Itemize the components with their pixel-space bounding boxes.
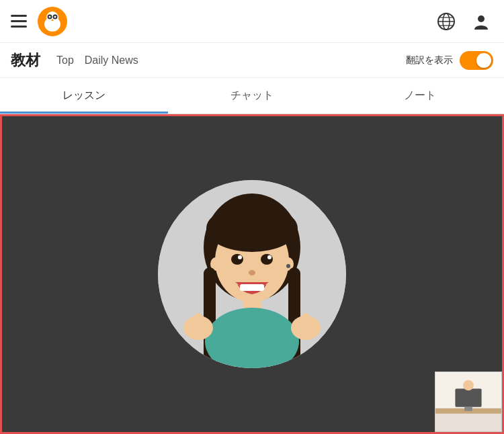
svg-rect-41 — [464, 407, 472, 411]
svg-point-24 — [249, 270, 255, 275]
breadcrumb-title: 教材 — [11, 50, 40, 71]
svg-point-20 — [231, 254, 243, 265]
svg-point-28 — [286, 264, 290, 268]
breadcrumb-top-link[interactable]: Top — [56, 54, 74, 67]
user-profile-button[interactable] — [469, 9, 493, 34]
user-icon — [472, 12, 491, 31]
svg-point-6 — [54, 15, 56, 17]
person-avatar — [158, 180, 346, 368]
svg-point-4 — [49, 15, 51, 17]
svg-point-19 — [206, 205, 298, 252]
translation-toggle[interactable] — [460, 51, 493, 70]
owl-logo — [38, 7, 67, 36]
preview-inner — [435, 372, 501, 431]
main-video-circle — [158, 180, 346, 368]
toggle-thumb — [476, 53, 491, 68]
tab-chat[interactable]: チャット — [168, 78, 336, 114]
top-nav-bar — [0, 0, 504, 43]
svg-rect-25 — [240, 284, 264, 291]
breadcrumb-bar: 教材 Top Daily News 翻訳を表示 — [0, 43, 504, 78]
self-preview-box — [435, 372, 502, 432]
tabs-bar: レッスン チャット ノート — [0, 78, 504, 114]
tab-lesson[interactable]: レッスン — [0, 78, 168, 114]
tab-note[interactable]: ノート — [336, 78, 504, 114]
translation-section: 翻訳を表示 — [406, 51, 493, 70]
translation-label: 翻訳を表示 — [406, 54, 453, 67]
svg-point-34 — [193, 313, 204, 329]
svg-point-15 — [478, 15, 485, 22]
breadcrumb-daily-news-link[interactable]: Daily News — [85, 54, 138, 67]
nav-right-icons — [434, 9, 493, 34]
preview-content — [435, 372, 501, 432]
svg-rect-40 — [455, 388, 481, 406]
svg-point-22 — [238, 255, 242, 259]
globe-icon — [437, 12, 456, 31]
svg-point-21 — [261, 254, 273, 265]
svg-point-36 — [300, 313, 311, 329]
globe-icon-button[interactable] — [434, 9, 458, 34]
svg-point-23 — [267, 255, 271, 259]
svg-point-42 — [463, 380, 474, 391]
video-area — [0, 114, 504, 434]
hamburger-menu-button[interactable] — [11, 15, 27, 28]
